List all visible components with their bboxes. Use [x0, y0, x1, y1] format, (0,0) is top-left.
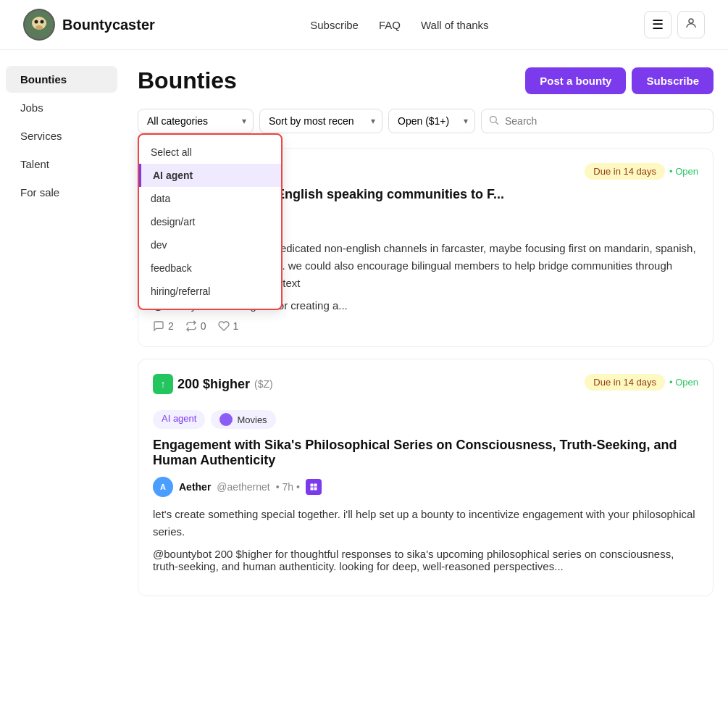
- like-count-1: 1: [233, 320, 239, 332]
- status-filter-wrap: Open ($1+): [388, 109, 475, 133]
- page-header-actions: Post a bounty Subscribe: [525, 67, 714, 94]
- card-title-2[interactable]: Engagement with Sika's Philosophical Ser…: [153, 438, 698, 468]
- status-wrap-2: Due in 14 days • Open: [585, 374, 698, 391]
- main-content: Bounties Post a bounty Subscribe All cat…: [123, 50, 728, 625]
- page-title: Bounties: [138, 67, 237, 94]
- svg-line-7: [495, 122, 498, 124]
- sidebar-item-bounties[interactable]: Bounties: [6, 66, 117, 93]
- svg-rect-14: [310, 488, 313, 491]
- card-actions-1: 2 0 1: [153, 320, 698, 332]
- like-button-1[interactable]: 1: [218, 320, 239, 332]
- dropdown-ai-agent[interactable]: AI agent: [139, 164, 281, 187]
- dropdown-data[interactable]: data: [139, 187, 281, 210]
- category-dropdown-container: All categories Select all AI agent data …: [138, 109, 254, 133]
- category-filter-wrap: All categories: [138, 109, 254, 133]
- meta-time-2: • 7h •: [276, 481, 300, 493]
- svg-point-6: [490, 117, 497, 123]
- sidebar-item-talent[interactable]: Talent: [6, 151, 117, 178]
- menu-button[interactable]: ☰: [644, 11, 671, 38]
- category-dropdown-menu: Select all AI agent data design/art dev …: [138, 133, 283, 310]
- user-icon: [685, 17, 698, 33]
- svg-rect-13: [314, 484, 317, 487]
- sidebar-item-services[interactable]: Services: [6, 122, 117, 149]
- comment-button-1[interactable]: 2: [153, 320, 174, 332]
- comment-count-1: 2: [168, 320, 174, 332]
- repost-button-1[interactable]: 0: [185, 320, 206, 332]
- card-footer-text-2: @bountybot 200 $higher for thoughtful re…: [153, 548, 698, 572]
- svg-point-4: [35, 25, 43, 30]
- search-input[interactable]: [481, 109, 714, 133]
- status-wrap-1: Due in 14 days • Open: [585, 163, 698, 180]
- svg-rect-12: [310, 484, 313, 487]
- dropdown-design-art[interactable]: design/art: [139, 210, 281, 233]
- sort-select[interactable]: Sort by most recen: [259, 109, 382, 133]
- amount-sub-2: ($Z): [254, 378, 273, 390]
- header-actions: ☰: [644, 11, 705, 38]
- svg-point-3: [41, 20, 44, 24]
- nav-faq[interactable]: FAQ: [379, 19, 401, 31]
- amount-badge-2: ↑ 200 $higher ($Z): [153, 374, 273, 394]
- dropdown-dev[interactable]: dev: [139, 233, 281, 256]
- badge-ai-agent[interactable]: AI agent: [153, 410, 205, 429]
- subscribe-button[interactable]: Subscribe: [632, 67, 714, 94]
- status-select[interactable]: Open ($1+): [388, 109, 475, 133]
- card-body-2: let's create something special together.…: [153, 506, 698, 541]
- meta-icon-2: [306, 479, 322, 495]
- dropdown-feedback[interactable]: feedback: [139, 256, 281, 280]
- dropdown-hiring-referral[interactable]: hiring/referral: [139, 280, 281, 303]
- amount-icon-2: ↑: [153, 374, 173, 394]
- post-bounty-button[interactable]: Post a bounty: [525, 67, 626, 94]
- meta-handle-2: @aethernet: [217, 481, 269, 493]
- repost-count-1: 0: [201, 320, 206, 332]
- amount-text-2: 200 $higher: [177, 377, 250, 392]
- card-badges-2: AI agent Movies: [153, 410, 698, 429]
- main-nav: Subscribe FAQ Wall of thanks: [310, 19, 488, 31]
- card-meta-2: A Aether @aethernet • 7h •: [153, 477, 698, 497]
- header: Bountycaster Subscribe FAQ Wall of thank…: [0, 0, 728, 50]
- nav-wall-of-thanks[interactable]: Wall of thanks: [421, 19, 489, 31]
- search-wrap: [481, 109, 714, 133]
- nav-subscribe[interactable]: Subscribe: [310, 19, 359, 31]
- filters-bar: All categories Select all AI agent data …: [138, 109, 714, 133]
- sidebar: Bounties Jobs Services Talent For sale: [0, 50, 123, 625]
- due-badge-1: Due in 14 days: [585, 163, 665, 180]
- bounty-card-2: ↑ 200 $higher ($Z) Due in 14 days • Open…: [138, 359, 714, 596]
- due-badge-2: Due in 14 days: [585, 374, 665, 391]
- svg-point-2: [35, 20, 38, 24]
- card-header-2: ↑ 200 $higher ($Z) Due in 14 days • Open: [153, 374, 698, 403]
- badge-movies[interactable]: Movies: [211, 410, 275, 429]
- logo-link[interactable]: Bountycaster: [23, 9, 155, 41]
- layout: Bounties Jobs Services Talent For sale B…: [0, 50, 728, 625]
- sidebar-item-for-sale[interactable]: For sale: [6, 179, 117, 206]
- meta-name-2: Aether: [179, 481, 211, 493]
- sort-filter-wrap: Sort by most recen: [259, 109, 382, 133]
- svg-point-5: [689, 19, 693, 23]
- open-status-2: • Open: [669, 377, 698, 388]
- logo-text: Bountycaster: [62, 17, 155, 33]
- user-button[interactable]: [677, 11, 705, 38]
- menu-icon: ☰: [652, 17, 664, 33]
- movies-avatar: [219, 413, 233, 426]
- logo-image: [23, 9, 55, 41]
- avatar-2: A: [153, 477, 173, 497]
- page-header: Bounties Post a bounty Subscribe: [138, 67, 714, 94]
- sidebar-item-jobs[interactable]: Jobs: [6, 94, 117, 121]
- svg-rect-15: [314, 488, 317, 491]
- search-icon: [488, 114, 499, 128]
- dropdown-select-all[interactable]: Select all: [139, 141, 281, 164]
- open-status-1: • Open: [669, 166, 698, 177]
- category-select[interactable]: All categories: [138, 109, 254, 133]
